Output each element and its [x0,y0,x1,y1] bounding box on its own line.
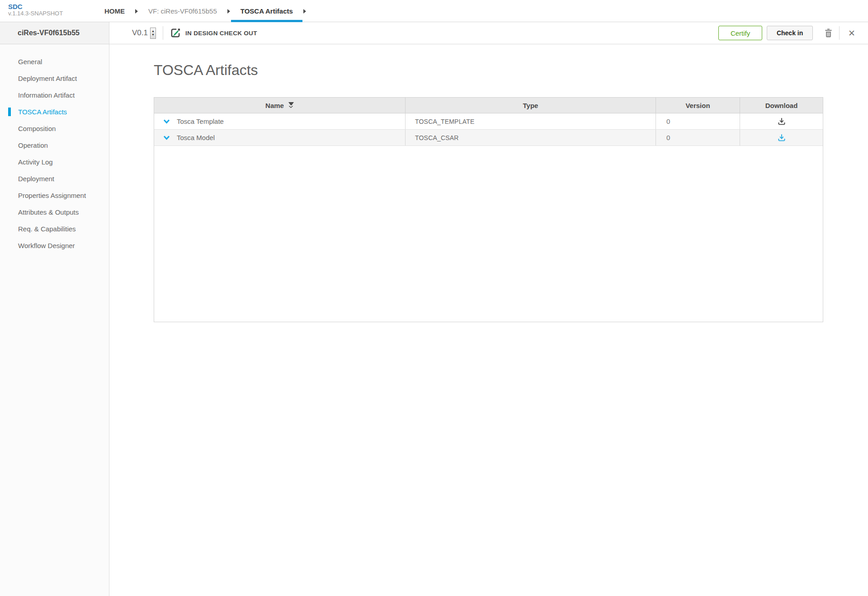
breadcrumb-vf[interactable]: VF: ciRes-VF0f615b55 [139,0,226,22]
main-content: TOSCA Artifacts Name Type Version Downlo… [109,45,868,596]
artifact-type: TOSCA_CSAR [405,130,656,145]
breadcrumb-arrow-icon [303,9,306,14]
stepper-up-icon[interactable]: ▲ [151,29,155,33]
sidebar-item-req-capabilities[interactable]: Req. & Capabilities [0,221,109,237]
sdc-logo: SDC v.1.14.3-SNAPSHOT [8,3,63,17]
version-label: V0.1 [132,28,148,38]
component-title: ciRes-VF0f615b55 [0,22,109,44]
expand-row-button[interactable] [162,135,171,141]
sidebar-item-operation[interactable]: Operation [0,137,109,154]
close-icon: ✕ [848,29,855,38]
column-header-type: Type [405,98,656,113]
column-header-download: Download [740,98,823,113]
sidebar-item-tosca-artifacts[interactable]: TOSCA Artifacts [0,103,109,120]
toolbar-divider [163,26,163,40]
toolbar: V0.1 ▲ ▼ IN DESIGN CHECK OUT Certify Che… [109,22,868,44]
artifact-type: TOSCA_TEMPLATE [405,113,656,129]
top-navbar: SDC v.1.14.3-SNAPSHOT HOME VF: ciRes-VF0… [0,0,868,22]
tosca-artifacts-table: Name Type Version Download [154,97,823,322]
sidebar-item-composition[interactable]: Composition [0,120,109,137]
page-title: TOSCA Artifacts [154,62,258,79]
delete-button[interactable] [825,28,832,38]
app-name: SDC [8,3,63,10]
chevron-down-icon [163,136,170,140]
breadcrumb-arrow-icon [227,9,230,14]
certify-button[interactable]: Certify [718,26,762,40]
artifact-name: Tosca Model [177,134,215,141]
sidebar: ciRes-VF0f615b55 General Deployment Arti… [0,22,109,596]
checkout-edit-icon [170,28,181,38]
table-row-tosca-template[interactable]: Tosca Template TOSCA_TEMPLATE 0 [154,113,823,130]
sidebar-menu: General Deployment Artifact Information … [0,44,109,254]
sort-chevron-icon [288,105,293,108]
sidebar-item-deployment[interactable]: Deployment [0,170,109,187]
sidebar-item-workflow-designer[interactable]: Workflow Designer [0,237,109,254]
lifecycle-state-label: IN DESIGN CHECK OUT [185,30,257,37]
chevron-down-icon [163,119,170,124]
sidebar-item-attributes-outputs[interactable]: Attributes & Outputs [0,204,109,221]
filter-funnel-icon [288,102,294,105]
breadcrumb-tosca-artifacts[interactable]: TOSCA Artifacts [231,0,302,22]
version-stepper[interactable]: ▲ ▼ [150,28,156,39]
download-icon [778,117,786,125]
breadcrumb-arrow-icon [135,9,138,14]
artifact-version: 0 [656,130,740,145]
check-in-button[interactable]: Check in [767,26,813,40]
app-version: v.1.14.3-SNAPSHOT [8,10,63,17]
trash-icon [825,28,832,38]
download-tosca-template-button[interactable] [777,117,787,126]
table-row-tosca-model[interactable]: Tosca Model TOSCA_CSAR 0 [154,130,823,146]
sidebar-item-deployment-artifact[interactable]: Deployment Artifact [0,70,109,87]
artifact-version: 0 [656,113,740,129]
breadcrumb-home[interactable]: HOME [95,0,134,22]
expand-row-button[interactable] [162,118,171,125]
sidebar-item-information-artifact[interactable]: Information Artifact [0,87,109,103]
sidebar-item-general[interactable]: General [0,53,109,70]
close-button[interactable]: ✕ [846,28,857,38]
column-header-version: Version [656,98,740,113]
sdc-app: SDC v.1.14.3-SNAPSHOT HOME VF: ciRes-VF0… [0,0,868,596]
column-header-name[interactable]: Name [154,98,405,113]
sidebar-item-activity-log[interactable]: Activity Log [0,154,109,170]
stepper-down-icon[interactable]: ▼ [151,33,155,37]
name-sort-control[interactable] [288,102,294,108]
artifact-name: Tosca Template [177,117,224,125]
toolbar-divider [839,26,840,40]
breadcrumb: HOME VF: ciRes-VF0f615b55 TOSCA Artifact… [95,0,307,22]
download-icon [778,134,786,141]
table-header: Name Type Version Download [154,98,823,113]
sidebar-item-properties-assignment[interactable]: Properties Assignment [0,187,109,204]
download-tosca-model-button[interactable] [777,133,787,142]
